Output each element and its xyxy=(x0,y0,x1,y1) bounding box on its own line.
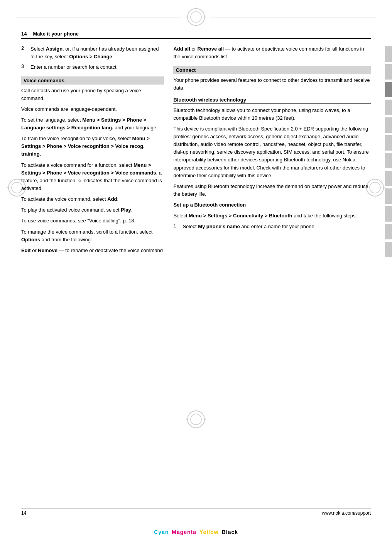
connect-body: Your phone provides several features to … xyxy=(173,76,371,92)
two-column-layout: 2 Select Assign, or, if a number has alr… xyxy=(21,45,371,258)
setup-bluetooth-header-bold: Set up a Bluetooth connection xyxy=(173,202,246,208)
cmyk-black-label: Black xyxy=(222,529,238,535)
bluetooth-para-2: This device is compliant with Bluetooth … xyxy=(173,125,371,180)
right-column: Add all or Remove all — to activate or d… xyxy=(173,45,371,258)
side-tabs-right xyxy=(385,46,392,257)
voice-commands-para-2: Voice commands are language-dependent. xyxy=(21,105,164,113)
side-tab-2 xyxy=(385,64,392,80)
item-num-3: 3 xyxy=(21,63,27,71)
setup-bluetooth-header: Set up a Bluetooth connection xyxy=(173,201,371,209)
bluetooth-para-1: Bluetooth technology allows you to conne… xyxy=(173,107,371,122)
side-tab-10 xyxy=(385,206,392,222)
voice-commands-para-5: To activate a voice command for a functi… xyxy=(21,161,164,193)
side-tab-11 xyxy=(385,224,392,239)
setup-step-num-1: 1 xyxy=(173,223,179,231)
page-container: 14 Make it your phone 2 Select Assign, o… xyxy=(0,0,392,539)
content-area: 14 Make it your phone 2 Select Assign, o… xyxy=(21,31,371,500)
voice-commands-para-6: To activate the voice command, select Ad… xyxy=(21,195,164,203)
voice-commands-para-3: To set the language, select Menu > Setti… xyxy=(21,116,164,132)
voice-commands-para-9: To manage the voice commands, scroll to … xyxy=(21,228,164,244)
side-tab-4 xyxy=(385,100,392,115)
item-text-3: Enter a number or search for a contact. xyxy=(30,63,118,71)
side-tab-9 xyxy=(385,188,392,204)
page-footer: 14 www.nokia.com/support xyxy=(21,508,371,516)
bluetooth-para-3: Features using Bluetooth technology incr… xyxy=(173,183,371,198)
side-tab-7 xyxy=(385,153,392,168)
footer-page-number: 14 xyxy=(21,510,26,516)
rule-top-right xyxy=(211,17,377,17)
cmyk-bar: Cyan Magenta Yellow Black xyxy=(152,529,240,535)
setup-step-1: 1 Select My phone's name and enter a nam… xyxy=(173,223,371,231)
add-all-bold: Add all xyxy=(173,46,190,52)
side-tab-8 xyxy=(385,171,392,186)
item-num-2: 2 xyxy=(21,45,27,60)
numbered-item-2: 2 Select Assign, or, if a number has alr… xyxy=(21,45,164,60)
page-number-header: 14 xyxy=(21,31,27,37)
svg-point-13 xyxy=(370,182,380,193)
svg-point-0 xyxy=(188,8,204,25)
voice-commands-para-4: To train the voice recognition to your v… xyxy=(21,135,164,158)
left-column: 2 Select Assign, or, if a number has alr… xyxy=(21,45,164,258)
add-all-remove-all-para: Add all or Remove all — to activate or d… xyxy=(173,45,371,61)
footer-url: www.nokia.com/support xyxy=(322,510,371,516)
remove-all-bold: Remove all xyxy=(198,46,224,52)
circle-top-decoration xyxy=(186,7,206,27)
rule-top-left xyxy=(15,17,181,17)
side-tab-12 xyxy=(385,242,392,257)
side-tab-1 xyxy=(385,46,392,62)
voice-commands-para-8: To use voice commands, see "Voice dialli… xyxy=(21,217,164,225)
assign-bold: Assign xyxy=(46,46,63,52)
cmyk-cyan-label: Cyan xyxy=(154,529,169,535)
bluetooth-section-header: Bluetooth wireless technology xyxy=(173,97,371,104)
page-title-header: Make it your phone xyxy=(33,31,78,37)
options-change-bold: Options > Change xyxy=(69,54,112,59)
side-tab-3 xyxy=(385,82,392,97)
side-tab-6 xyxy=(385,135,392,151)
voice-commands-header: Voice commands xyxy=(21,76,164,85)
connect-header: Connect xyxy=(173,66,371,74)
side-tab-5 xyxy=(385,117,392,133)
setup-bluetooth-intro: Select Menu > Settings > Connectivity > … xyxy=(173,212,371,220)
setup-step-text-1: Select My phone's name and enter a name … xyxy=(182,223,316,231)
voice-commands-para-1: Call contacts and use your phone by spea… xyxy=(21,87,164,102)
svg-point-7 xyxy=(12,182,22,193)
voice-commands-para-7: To play the activated voice command, sel… xyxy=(21,206,164,214)
numbered-item-3: 3 Enter a number or search for a contact… xyxy=(21,63,164,71)
edit-remove-para: Edit or Remove — to rename or deactivate… xyxy=(21,247,164,254)
cmyk-magenta-label: Magenta xyxy=(172,529,196,535)
cmyk-yellow-label: Yellow xyxy=(199,529,219,535)
page-header: 14 Make it your phone xyxy=(21,31,371,39)
svg-point-1 xyxy=(191,12,201,22)
item-text-2: Select Assign, or, if a number has alrea… xyxy=(30,45,164,60)
